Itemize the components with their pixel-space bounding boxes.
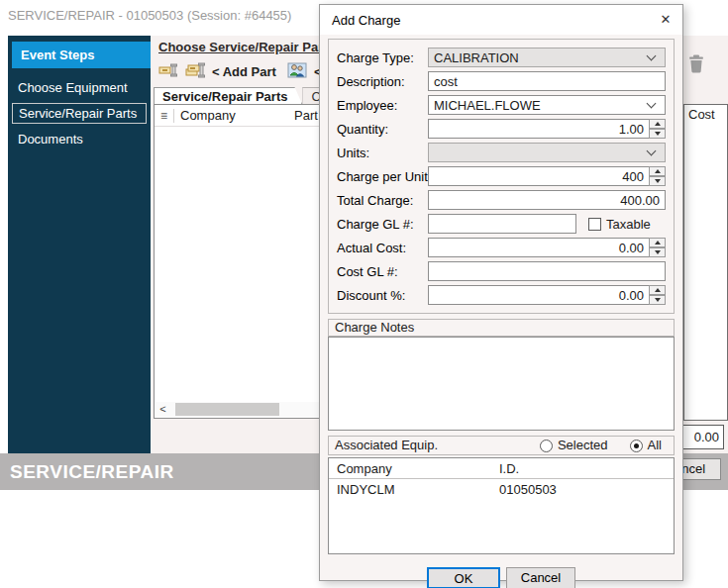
radio-circle-icon[interactable] — [540, 440, 553, 452]
employee-label: Employee: — [337, 98, 428, 113]
equip-table-row[interactable]: INDYCLM 01050503 — [329, 479, 674, 500]
discount-row: Discount %: 0.00 — [337, 285, 666, 305]
quantity-label: Quantity: — [337, 122, 428, 137]
actual-cost-spin-buttons[interactable] — [649, 238, 666, 257]
associated-equip-label: Associated Equip. — [335, 437, 438, 454]
description-row: Description: cost — [337, 71, 666, 91]
scrollbar-thumb[interactable] — [175, 403, 279, 416]
discount-spin-buttons[interactable] — [649, 285, 666, 305]
employee-row: Employee: MICHAEL.FLOWE — [337, 95, 666, 115]
event-steps-header: Event Steps — [12, 42, 151, 68]
actual-cost-stepper[interactable]: 0.00 — [428, 238, 649, 257]
radio-selected[interactable]: Selected — [540, 437, 608, 454]
dialog-titlebar[interactable]: Add Charge ✕ — [320, 5, 682, 35]
employee-select[interactable]: MICHAEL.FLOWE — [428, 95, 666, 115]
charge-type-select[interactable]: CALIBRATION — [428, 48, 666, 67]
charge-gl-label: Charge GL #: — [337, 217, 428, 232]
cost-gl-input[interactable] — [428, 261, 666, 281]
units-select — [428, 143, 666, 162]
scroll-left-icon[interactable]: < — [156, 402, 170, 417]
sidebar-item-documents[interactable]: Documents — [8, 132, 151, 147]
sidebar-item-choose-equipment[interactable]: Choose Equipment — [8, 80, 151, 95]
spin-down-icon[interactable] — [649, 247, 666, 257]
description-label: Description: — [337, 74, 428, 89]
column-header-company[interactable]: Company — [174, 108, 290, 123]
charge-per-unit-stepper[interactable]: 400 — [428, 166, 649, 186]
window-title: SERVICE/REPAIR - 01050503 (Session: #644… — [8, 8, 291, 23]
associated-equip-table: Company I.D. INDYCLM 01050503 — [328, 457, 675, 554]
spin-up-icon[interactable] — [649, 166, 666, 176]
parts-toolbar: < Add Part < A — [158, 59, 334, 83]
charge-type-row: Charge Type: CALIBRATION — [337, 48, 666, 67]
app-root: SERVICE/REPAIR - 01050503 (Session: #644… — [0, 0, 728, 588]
add-charge-dialog: Add Charge ✕ Charge Type: CALIBRATION De… — [319, 4, 683, 581]
chevron-down-icon — [647, 51, 657, 61]
spin-up-icon[interactable] — [649, 238, 666, 247]
column-header-cost[interactable]: Cost — [688, 107, 715, 122]
total-cost-field: 0.00 — [676, 425, 724, 449]
actual-cost-row: Actual Cost: 0.00 — [337, 238, 666, 257]
spin-down-icon[interactable] — [649, 176, 666, 186]
dialog-title: Add Charge — [320, 13, 400, 28]
total-charge-label: Total Charge: — [337, 193, 428, 208]
trash-icon[interactable] — [686, 53, 706, 73]
quantity-stepper[interactable]: 1.00 — [428, 119, 649, 139]
discount-label: Discount %: — [337, 288, 428, 303]
charge-gl-row: Charge GL #: Taxable — [337, 214, 666, 234]
units-label: Units: — [337, 146, 428, 160]
description-input[interactable]: cost — [428, 71, 666, 91]
people-icon[interactable] — [287, 62, 307, 81]
total-charge-input[interactable]: 400.00 — [428, 190, 666, 210]
equip-table-header: Company I.D. — [329, 458, 674, 479]
quantity-spin-buttons[interactable] — [649, 119, 666, 139]
cancel-button[interactable]: Cancel — [506, 567, 575, 588]
tab-service-repair-parts[interactable]: Service/Repair Parts — [154, 87, 302, 105]
charge-gl-input[interactable] — [428, 214, 576, 234]
spin-up-icon[interactable] — [649, 285, 666, 295]
footer-title: SERVICE/REPAIR — [0, 461, 174, 482]
charge-per-unit-label: Charge per Unit: — [337, 169, 428, 184]
quantity-row: Quantity: 1.00 — [337, 119, 666, 139]
cost-gl-row: Cost GL #: — [337, 261, 666, 281]
discount-stepper[interactable]: 0.00 — [428, 285, 649, 305]
cost-grid-fragment: Cost — [683, 104, 728, 421]
spin-down-icon[interactable] — [649, 295, 666, 305]
taxable-checkbox[interactable] — [588, 218, 601, 231]
equip-column-company[interactable]: Company — [329, 461, 497, 476]
associated-equip-header: Associated Equip. Selected All — [328, 436, 675, 455]
chevron-down-icon — [647, 99, 657, 109]
close-icon[interactable]: ✕ — [649, 5, 682, 35]
charge-notes-input[interactable] — [328, 337, 675, 431]
charge-type-label: Charge Type: — [337, 50, 428, 65]
add-part-button[interactable]: < Add Part — [212, 64, 276, 79]
charge-per-unit-spin-buttons[interactable] — [649, 166, 666, 186]
charge-fields-group: Charge Type: CALIBRATION Description: co… — [328, 39, 675, 314]
spin-down-icon[interactable] — [649, 129, 666, 139]
equip-column-id[interactable]: I.D. — [497, 461, 674, 476]
radio-circle-checked-icon[interactable] — [630, 440, 643, 452]
taxable-label: Taxable — [606, 217, 651, 232]
cost-gl-label: Cost GL #: — [337, 264, 428, 279]
units-row: Units: — [337, 143, 666, 162]
total-charge-row: Total Charge: 400.00 — [337, 190, 666, 210]
actual-cost-label: Actual Cost: — [337, 241, 428, 255]
attach-part-icon[interactable] — [185, 62, 205, 81]
charge-per-unit-row: Charge per Unit: 400 — [337, 166, 666, 186]
spin-up-icon[interactable] — [649, 119, 666, 129]
charge-notes-header: Charge Notes — [328, 319, 675, 337]
radio-all[interactable]: All — [630, 437, 662, 454]
sidebar-item-service-repair-parts[interactable]: Service/Repair Parts — [12, 103, 147, 124]
detach-part-icon[interactable] — [158, 62, 178, 81]
chevron-down-icon — [647, 147, 657, 156]
row-selector-icon: ≡ — [155, 109, 174, 123]
event-steps-sidebar: Event Steps Choose Equipment Service/Rep… — [8, 36, 151, 453]
ok-button[interactable]: OK — [427, 567, 500, 588]
